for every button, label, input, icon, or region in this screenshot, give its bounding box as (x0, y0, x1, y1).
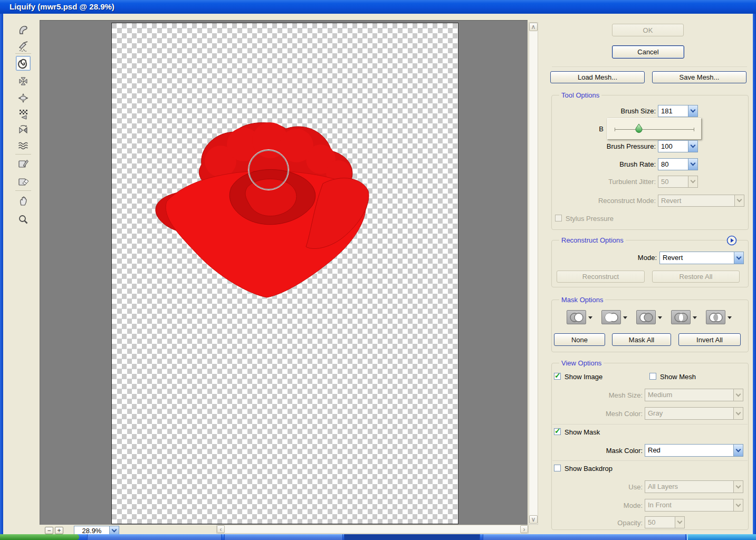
brush-rate-dropdown-button[interactable] (688, 159, 697, 170)
tool-twirl-clockwise[interactable] (16, 56, 31, 71)
brush-pressure-value: 100 (658, 141, 688, 152)
reconstruct-mode2-combo[interactable]: Revert (659, 252, 744, 264)
invert-all-button[interactable]: Invert All (678, 333, 741, 346)
opacity-dropdown-button[interactable] (675, 517, 684, 528)
taskbar-button[interactable] (483, 534, 686, 540)
reconstruct-mode-dropdown-button[interactable] (734, 195, 744, 206)
taskbar-button[interactable] (224, 534, 343, 540)
reconstruct-mode2-dropdown-button[interactable] (734, 252, 743, 264)
stylus-pressure-checkbox[interactable] (555, 215, 562, 221)
mesh-color-dropdown-button[interactable] (733, 408, 743, 419)
scroll-up-button[interactable]: ∧ (529, 23, 538, 31)
mask-add-dropdown-arrow[interactable] (623, 316, 627, 319)
opacity-combo[interactable]: 50 (645, 516, 685, 528)
brush-pressure-combo[interactable]: 100 (658, 140, 698, 152)
mask-intersect-dropdown-arrow[interactable] (693, 316, 697, 319)
taskbar-system-tray[interactable] (687, 534, 756, 540)
turbulent-jitter-combo[interactable]: 50 (658, 176, 698, 188)
tool-bloat[interactable] (16, 91, 31, 105)
show-mesh-checkbox[interactable] (649, 373, 656, 380)
start-button[interactable] (0, 534, 79, 540)
show-image-label: Show Image (564, 373, 602, 381)
use-combo[interactable]: All Layers (645, 480, 743, 493)
taskbar-button-active[interactable] (344, 534, 480, 540)
slider-tick (694, 128, 694, 131)
slider-track (615, 129, 694, 130)
scroll-down-button[interactable]: ∨ (529, 515, 538, 524)
backdrop-mode-combo[interactable]: In Front (645, 499, 743, 512)
tool-zoom[interactable] (16, 212, 31, 227)
brush-size-dropdown-button[interactable] (688, 105, 697, 117)
show-mask-checkbox[interactable] (554, 428, 561, 435)
zoom-in-button[interactable]: + (55, 527, 63, 534)
mask-subtract-selection-button[interactable] (636, 310, 656, 324)
mask-color-dropdown-button[interactable] (733, 445, 743, 456)
show-backdrop-checkbox[interactable] (554, 465, 561, 471)
tool-hand[interactable] (16, 193, 31, 208)
tool-mirror[interactable] (16, 122, 31, 137)
tool-turbulence[interactable] (16, 138, 31, 153)
brush-size-combo[interactable]: 181 (658, 105, 698, 117)
chevron-down-icon (736, 502, 741, 507)
view-options-title: View Options (559, 359, 604, 367)
document-canvas[interactable] (111, 23, 458, 524)
vertical-scrollbar[interactable] (529, 22, 538, 525)
tool-thaw-mask[interactable] (16, 174, 31, 189)
ok-button[interactable]: OK (612, 24, 684, 36)
mask-none-button[interactable]: None (554, 333, 605, 346)
ok-button-label: OK (643, 26, 653, 34)
mask-all-button[interactable]: Mask All (612, 333, 671, 346)
tool-forward-warp[interactable] (16, 22, 31, 37)
mask-replace-dropdown-arrow[interactable] (588, 316, 592, 319)
reconstruct-play-button[interactable] (726, 235, 737, 246)
mask-replace-selection-button[interactable] (567, 310, 586, 324)
scroll-right-button[interactable]: › (520, 525, 528, 533)
scroll-left-button[interactable]: ‹ (217, 525, 225, 533)
mask-invert-selection-button[interactable] (706, 310, 725, 324)
window-titlebar[interactable]: Liquify (mwr5.psd @ 28.9%) (0, 0, 756, 14)
zoom-out-button[interactable]: − (45, 527, 53, 534)
backdrop-mode-dropdown-button[interactable] (733, 499, 743, 511)
use-dropdown-button[interactable] (733, 481, 743, 493)
opacity-label: Opacity: (549, 519, 643, 527)
mesh-color-combo[interactable]: Gray (645, 407, 743, 420)
mesh-size-combo[interactable]: Medium (645, 389, 743, 401)
mesh-size-dropdown-button[interactable] (733, 389, 743, 401)
turbulence-icon (17, 140, 29, 151)
cancel-button[interactable]: Cancel (612, 45, 684, 59)
toolbar-separator (15, 190, 31, 191)
mask-invert-dropdown-arrow[interactable] (728, 316, 732, 319)
slider-thumb[interactable] (635, 124, 643, 133)
chevron-down-icon (691, 178, 696, 184)
brush-rate-combo[interactable]: 80 (658, 158, 698, 170)
show-image-checkbox[interactable] (554, 373, 561, 380)
reconstruct-button[interactable]: Reconstruct (557, 271, 645, 283)
mask-subtract-dropdown-arrow[interactable] (658, 316, 662, 319)
turbulent-jitter-dropdown-button[interactable] (688, 176, 697, 187)
twirl-clockwise-icon (17, 57, 29, 69)
brush-size-slider-popup[interactable] (607, 118, 702, 140)
mask-intersect-selection-button[interactable] (671, 310, 691, 324)
cancel-button-label: Cancel (637, 48, 658, 56)
pucker-icon (17, 75, 29, 87)
load-mesh-button[interactable]: Load Mesh... (550, 71, 645, 83)
taskbar-button[interactable] (87, 534, 222, 540)
reconstruct-button-label: Reconstruct (582, 273, 619, 281)
brush-size-label: Brush Size: (549, 107, 656, 115)
brush-pressure-dropdown-button[interactable] (688, 141, 697, 152)
tool-push-left[interactable] (16, 107, 31, 121)
horizontal-scrollbar[interactable] (216, 525, 529, 534)
tool-reconstruct[interactable] (16, 39, 31, 54)
mask-add-selection-button[interactable] (601, 310, 621, 324)
tool-freeze-mask[interactable] (16, 156, 31, 171)
restore-all-button[interactable]: Restore All (652, 271, 740, 283)
mask-color-combo[interactable]: Red (645, 444, 743, 457)
save-mesh-button[interactable]: Save Mesh... (652, 71, 747, 83)
canvas-area[interactable] (40, 20, 528, 525)
brush-size-value: 181 (658, 105, 688, 117)
window-border-right (753, 14, 756, 534)
tool-pucker[interactable] (16, 74, 31, 89)
reconstruct-mode-combo[interactable]: Revert (658, 195, 744, 207)
thaw-mask-icon (17, 176, 29, 187)
reconstruct-options-title: Reconstruct Options (559, 236, 626, 244)
